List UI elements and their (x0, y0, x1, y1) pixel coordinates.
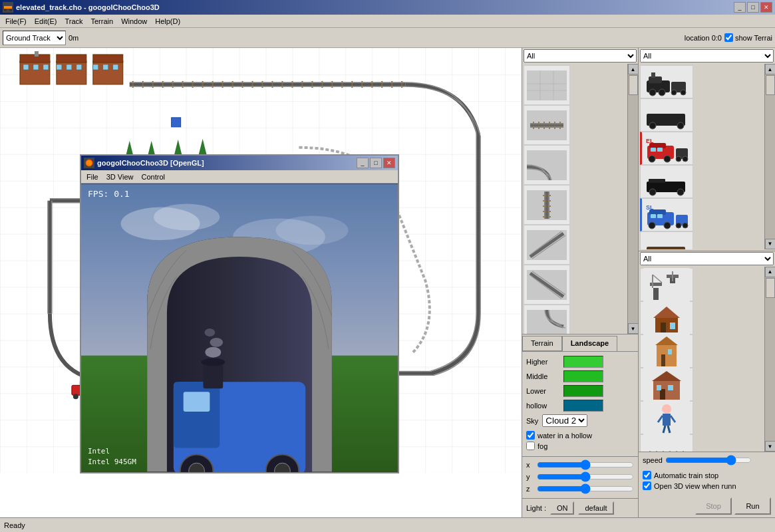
structure-item-fence[interactable] (640, 434, 693, 452)
light-on-button[interactable]: ON (550, 501, 575, 515)
speed-slider[interactable] (665, 455, 752, 466)
terrain-item-track-h[interactable] (524, 105, 570, 145)
landscape-tab[interactable]: Landscape (562, 336, 617, 351)
svg-point-186 (676, 223, 681, 228)
water-checkbox[interactable] (526, 431, 535, 440)
auto-stop-row: Automatic train stop (643, 471, 771, 479)
menu-track[interactable]: Track (61, 16, 86, 27)
track-type-select[interactable]: Ground Track Elevated Track Underground (3, 31, 66, 45)
show-terrain-checkbox[interactable] (724, 33, 733, 42)
open-view-checkbox[interactable] (643, 481, 651, 490)
train-scroll-down[interactable]: ▼ (765, 239, 776, 249)
svg-point-156 (681, 90, 686, 95)
svg-rect-25 (77, 65, 82, 70)
hollow-swatch[interactable] (563, 400, 603, 412)
opengl-menu-bar: File 3D View Control (81, 170, 398, 184)
opengl-close-button[interactable]: ✕ (383, 158, 395, 168)
svg-rect-23 (57, 65, 62, 70)
opengl-title-text: googolChooChoo3D [OpenGL] (97, 159, 354, 167)
middle-label: Middle (526, 372, 559, 380)
structures-scrollbar[interactable]: ▲ ▼ (764, 267, 775, 452)
terrain-tab[interactable]: Terrain (522, 336, 562, 351)
close-button[interactable]: ✕ (760, 2, 772, 13)
scroll-down-button[interactable]: ▼ (628, 323, 639, 334)
x-label: x (526, 461, 534, 469)
opengl-menu-control[interactable]: Control (138, 172, 169, 182)
menu-help[interactable]: Help(D) (151, 16, 184, 27)
train-item-brown-car[interactable] (640, 231, 693, 249)
opengl-menu-3dview[interactable]: 3D View (102, 172, 138, 182)
terrain-item-curve2[interactable] (524, 305, 570, 334)
terrain-item-curve1[interactable] (524, 145, 570, 185)
svg-rect-166 (657, 148, 663, 152)
lower-swatch[interactable] (563, 385, 603, 397)
train-items-scrollbar[interactable]: ▲ ▼ (764, 64, 775, 249)
svg-point-171 (683, 156, 688, 162)
maximize-button[interactable]: □ (747, 2, 759, 13)
scroll-track[interactable] (628, 74, 638, 323)
stop-button[interactable]: Stop (695, 497, 732, 515)
train-all-select-top[interactable]: All (640, 49, 774, 63)
menu-window[interactable]: Window (117, 16, 151, 27)
middle-swatch[interactable] (563, 370, 603, 382)
light-default-button[interactable]: default (578, 501, 613, 515)
structure-item-person[interactable] (640, 401, 693, 434)
run-button[interactable]: Run (734, 497, 771, 515)
struct-scroll-down[interactable]: ▼ (765, 441, 776, 452)
speed-label: speed (643, 456, 663, 464)
train-item-black-car2[interactable] (640, 165, 693, 198)
window-controls: _ □ ✕ (734, 2, 772, 13)
structure-item-brick-house[interactable] (640, 368, 693, 401)
svg-rect-174 (649, 179, 665, 183)
struct-scroll-thumb[interactable] (766, 278, 775, 298)
train-scroll-track[interactable] (765, 74, 775, 239)
auto-stop-label: Automatic train stop (654, 471, 718, 479)
opengl-maximize-button[interactable]: □ (370, 158, 382, 168)
train-item-freight-black[interactable] (640, 98, 693, 132)
train-item-diesel-blue[interactable]: SL (640, 198, 693, 231)
minimize-button[interactable]: _ (734, 2, 746, 13)
svg-rect-164 (649, 143, 666, 148)
train-scroll-up[interactable]: ▲ (765, 64, 776, 74)
menu-edit[interactable]: Edit(E) (31, 16, 61, 27)
train-item-diesel-red[interactable]: EL (640, 132, 693, 165)
terrain-all-select[interactable]: All (524, 49, 637, 63)
terrain-item-track-v[interactable] (524, 185, 570, 225)
higher-swatch[interactable] (563, 356, 603, 368)
svg-rect-29 (103, 65, 108, 70)
opengl-minimize-button[interactable]: _ (357, 158, 369, 168)
structure-item-tall-house[interactable] (640, 334, 693, 368)
gpu-line1: Intel (88, 446, 136, 456)
fog-checkbox[interactable] (526, 442, 535, 450)
terrain-items-scrollbar[interactable]: ▲ ▼ (627, 64, 638, 334)
structure-item-house[interactable] (640, 301, 693, 334)
menu-terrain[interactable]: Terrain (87, 16, 118, 27)
struct-scroll-up[interactable]: ▲ (765, 267, 776, 277)
terrain-item-flat[interactable] (524, 65, 570, 105)
structure-item-crane[interactable] (640, 268, 693, 301)
terrain-item-diag2[interactable] (524, 265, 570, 305)
structures-all-select[interactable]: All (640, 252, 774, 265)
auto-stop-checkbox[interactable] (643, 471, 651, 479)
opengl-window-controls: _ □ ✕ (357, 158, 395, 168)
opengl-viewport[interactable]: FPS: 0.1 (81, 184, 398, 472)
hollow-label: hollow (526, 402, 559, 410)
y-slider[interactable] (537, 471, 634, 482)
z-slider[interactable] (537, 483, 634, 494)
svg-point-153 (659, 89, 665, 96)
opengl-menu-file[interactable]: File (82, 172, 102, 182)
terrain-item-diag1[interactable] (524, 225, 570, 265)
scroll-up-button[interactable]: ▲ (628, 64, 639, 74)
train-items-right: All (639, 48, 775, 517)
menu-file[interactable]: File(F) (1, 16, 31, 27)
svg-point-159 (649, 122, 656, 129)
struct-scroll-track[interactable] (765, 277, 775, 442)
train-scroll-thumb[interactable] (766, 75, 775, 95)
train-item-steam-black[interactable] (640, 65, 693, 98)
svg-rect-194 (650, 283, 662, 286)
x-slider[interactable] (537, 460, 634, 470)
scroll-thumb[interactable] (629, 75, 638, 95)
show-terrain-checkbox-container: show Terrai (724, 33, 772, 42)
track-area[interactable]: 1 (0, 48, 522, 517)
sky-select[interactable]: Cloud 2 Cloud 1 Clear Night (542, 414, 587, 427)
